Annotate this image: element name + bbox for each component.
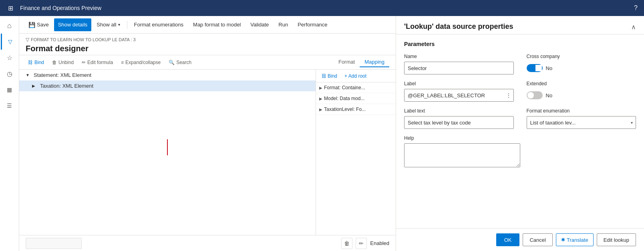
performance-button[interactable]: Performance xyxy=(293,18,332,31)
edit-formula-button[interactable]: ✏ Edit formula xyxy=(79,58,115,66)
tab-format[interactable]: Format xyxy=(334,57,360,67)
cross-company-toggle[interactable] xyxy=(527,64,543,72)
help-textarea[interactable] xyxy=(404,143,520,167)
vertical-separator xyxy=(167,139,168,155)
translate-button[interactable]: ✱ Translate xyxy=(556,233,594,246)
breadcrumb: ▽ FORMAT TO LEARN HOW TO LOOKUP LE DATA … xyxy=(26,37,389,42)
mapping-chevron-icon: ▶ xyxy=(319,96,322,101)
label-text-label: Label text xyxy=(404,108,514,114)
run-button[interactable]: Run xyxy=(274,18,292,31)
mapping-bind-button[interactable]: ⛓ Bind xyxy=(319,72,340,80)
save-icon: 💾 xyxy=(28,22,35,28)
translate-icon: ✱ xyxy=(561,237,565,243)
search-button[interactable]: 🔍 Search xyxy=(166,58,194,66)
app-title: Finance and Operations Preview xyxy=(20,5,101,11)
unbind-button[interactable]: 🗑 Unbind xyxy=(50,58,76,66)
edit-icon: ✏ xyxy=(82,60,86,65)
properties-title: 'Lookup' data source properties xyxy=(404,22,513,31)
label-text-input[interactable] xyxy=(404,116,514,129)
mapping-chevron-icon: ▶ xyxy=(319,86,322,90)
format-enumeration-label: Format enumeration xyxy=(527,108,636,114)
page-title: Format designer xyxy=(26,44,389,53)
label-input[interactable] xyxy=(404,89,514,102)
name-input[interactable] xyxy=(404,62,514,74)
chain-icon: ⛓ xyxy=(322,73,326,79)
collapse-panel-icon[interactable]: ∧ xyxy=(631,23,636,31)
cross-company-value: No xyxy=(546,65,553,71)
expand-collapse-button[interactable]: ≡ Expand/collapse xyxy=(119,58,163,66)
cross-company-label: Cross company xyxy=(527,54,636,59)
help-icon[interactable]: ? xyxy=(634,4,638,12)
tree-item[interactable]: ▼ Statement: XML Element xyxy=(19,70,316,80)
parameters-section-header: Parameters xyxy=(404,41,636,47)
extended-toggle[interactable] xyxy=(527,91,543,99)
format-enumerations-button[interactable]: Format enumerations xyxy=(130,18,188,31)
save-button[interactable]: 💾 Save xyxy=(24,18,53,31)
add-root-button[interactable]: + Add root xyxy=(342,72,369,80)
sidebar-item-filter[interactable]: ▽ xyxy=(1,34,18,50)
cancel-button[interactable]: Cancel xyxy=(523,233,552,246)
show-details-button[interactable]: Show details xyxy=(54,18,92,31)
sidebar-item-star[interactable]: ☆ xyxy=(1,50,18,66)
show-all-chevron-icon: ▾ xyxy=(118,22,120,27)
mapping-item[interactable]: ▶ TaxationLevel: Fo... xyxy=(316,104,396,115)
bind-icon: ⛓ xyxy=(28,60,33,65)
filter-breadcrumb-icon: ▽ xyxy=(26,37,29,42)
help-label: Help xyxy=(404,135,636,141)
expand-icon: ≡ xyxy=(121,60,124,65)
label-label: Label xyxy=(404,81,514,86)
name-label: Name xyxy=(404,54,514,59)
mapping-item[interactable]: ▶ Format: Containe... xyxy=(316,82,396,93)
extended-label: Extended xyxy=(527,81,636,86)
edit-lookup-button[interactable]: Edit lookup xyxy=(597,233,636,246)
extended-value: No xyxy=(546,92,553,98)
tab-mapping[interactable]: Mapping xyxy=(360,57,389,67)
collapse-icon: ▼ xyxy=(26,73,32,77)
scroll-area xyxy=(26,238,82,249)
sidebar-item-home[interactable]: ⌂ xyxy=(1,18,18,34)
format-enumeration-select[interactable]: List of taxation lev... List taxation xyxy=(527,116,636,129)
show-all-button[interactable]: Show all ▾ xyxy=(92,18,124,31)
ok-button[interactable]: OK xyxy=(496,233,520,246)
sidebar-item-list[interactable]: ☰ xyxy=(1,98,18,114)
expand-tree-icon: ▶ xyxy=(32,84,38,88)
enabled-label: Enabled xyxy=(370,240,389,246)
label-edit-icon[interactable]: ⋮ xyxy=(506,92,511,98)
mapping-item[interactable]: ▶ Model: Data mod... xyxy=(316,93,396,104)
sidebar-item-calendar[interactable]: ▦ xyxy=(1,82,18,98)
search-icon: 🔍 xyxy=(169,60,175,65)
delete-row-button[interactable]: 🗑 xyxy=(341,238,352,249)
validate-button[interactable]: Validate xyxy=(246,18,273,31)
map-format-button[interactable]: Map format to model xyxy=(189,18,245,31)
bind-button[interactable]: ⛓ Bind xyxy=(26,58,46,66)
sidebar-item-clock[interactable]: ◷ xyxy=(1,66,18,82)
unbind-icon: 🗑 xyxy=(52,60,57,65)
edit-row-button[interactable]: ✏ xyxy=(356,238,367,249)
tree-item-taxation[interactable]: ▶ Taxation: XML Element xyxy=(19,80,316,91)
waffle-icon[interactable]: ⊞ xyxy=(5,2,16,14)
mapping-chevron-icon: ▶ xyxy=(319,107,322,112)
